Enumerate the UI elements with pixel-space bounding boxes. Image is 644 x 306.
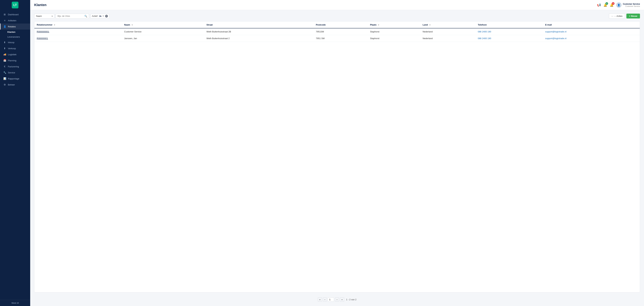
cell-plaats: Staphorst [368,28,420,35]
header: Klanten 📢 🔔 1 🔔 8 👤 Customer Service Cus… [30,0,644,10]
sidebar-item-label: Rapportage [8,77,19,80]
main-content: Klanten 📢 🔔 1 🔔 8 👤 Customer Service Cus… [30,0,644,306]
cell-plaats: Staphorst [368,35,420,42]
telefoon-link[interactable]: 088 2400 190 [478,37,491,40]
sidebar-item-beheer[interactable]: ⚙ Beheer [0,82,30,88]
sort-icon: ▼ [378,24,380,26]
col-telefoon-label: Telefoon [478,24,487,26]
sidebar-subitem-label: Leveranciers [8,36,20,38]
sidebar-item-label: Verkoop [8,47,16,50]
pagination-first-button[interactable]: « [318,297,322,302]
active-filter[interactable]: Actief: Ja ▼ ✕ [90,14,109,19]
page-title: Klanten [34,3,46,7]
cell-relatienummer: R00000001 [34,35,122,42]
col-relatienummer-label: Relatienummer [37,24,52,26]
cell-telefoon: 088 2400 190 [476,28,543,35]
sidebar-subitem-klanten[interactable]: Klanten [0,30,30,34]
search-wrap: 🔍 [56,14,89,19]
pagination-next-button[interactable]: › [335,297,339,302]
col-naam[interactable]: Naam ▼ [122,22,204,28]
sidebar-item-label: Service [8,71,15,74]
table-row: R000000001 Customer Service Weth Buitenh… [34,28,640,35]
col-straat-label: Straat [206,24,213,26]
col-land-label: Land [422,24,428,26]
sidebar-item-verkoop[interactable]: ⬆ Verkoop [0,45,30,51]
active-filter-close-button[interactable]: ✕ [105,15,108,18]
col-straat: Straat [204,22,314,28]
customers-table: Relatienummer ▼ Naam ▼ Straat Postcode [34,22,640,42]
relatienummer-link[interactable]: R000000001 [37,30,49,33]
sidebar-item-dashboard[interactable]: ⊞ Dashboard [0,12,30,18]
sidebar-item-artikelen[interactable]: ≡ Artikelen [0,18,30,24]
telefoon-link[interactable]: 088 2400 190 [478,30,491,33]
sort-icon: ▼ [54,24,56,26]
sidebar-item-label: Planning [8,59,16,62]
table-row: R00000001 Janssen, Jan Weth Buitenhuisst… [34,35,640,42]
page-content: Naam ▼ 🔍 Actief: Ja ▼ ✕ ··· [30,10,644,306]
sidebar-item-label: Logistiek [8,53,16,56]
actions-label: ··· Acties [614,15,622,17]
sidebar-subitem-label: Klanten [8,31,16,33]
email-link[interactable]: support@logictrade.nl [545,30,566,33]
sidebar-footer: Week 18 [0,300,30,306]
new-button[interactable]: + Nieuw [626,14,640,19]
table-header: Relatienummer ▼ Naam ▼ Straat Postcode [34,22,640,28]
sidebar: LT ⊞ Dashboard ≡ Artikelen 👤 Relaties Kl… [0,0,30,306]
cell-telefoon: 088 2400 190 [476,35,543,42]
sidebar-item-service[interactable]: 🔧 Service [0,70,30,76]
inkoop-icon: ⬇ [3,41,6,44]
cell-straat: Weth Buitenhuisstraat 2B [204,28,314,35]
announcements-button[interactable]: 📢 [597,3,601,7]
sidebar-item-planning[interactable]: 📅 Planning [0,57,30,64]
active-filter-value: Ja [99,15,101,17]
sidebar-item-facturering[interactable]: € Facturering [0,64,30,70]
sidebar-item-relaties[interactable]: 👤 Relaties [0,24,30,30]
logistiek-icon: 🚚 [3,53,6,56]
pagination-last-button[interactable]: » [340,297,344,302]
col-plaats-label: Plaats [370,24,376,26]
toolbar-right: ··· ··· Acties + Nieuw [609,14,640,19]
sidebar-item-label: Relaties [8,25,16,28]
relaties-icon: 👤 [3,25,6,28]
header-actions: 📢 🔔 1 🔔 8 👤 Customer Service Customer Se… [597,2,640,8]
cell-naam: Janssen, Jan [122,35,204,42]
sidebar-nav: ⊞ Dashboard ≡ Artikelen 👤 Relaties Klant… [0,10,30,300]
col-naam-label: Naam [124,24,130,26]
col-plaats[interactable]: Plaats ▼ [368,22,420,28]
col-land[interactable]: Land ▼ [420,22,476,28]
sidebar-item-label: Inkoop [8,41,14,44]
filter-field-select[interactable]: Naam [34,14,54,19]
alerts-button[interactable]: 🔔 1 [604,3,607,7]
page-select[interactable]: 1 [328,297,334,302]
filter-field-select-wrap: Naam ▼ [34,14,54,19]
toolbar: Naam ▼ 🔍 Actief: Ja ▼ ✕ ··· [34,14,640,19]
sidebar-logo: LT [0,0,30,10]
sidebar-item-rapportage[interactable]: 📊 Rapportage [0,76,30,82]
sidebar-item-label: Beheer [8,83,15,86]
active-filter-label: Actief: [92,15,98,17]
verkoop-icon: ⬆ [3,47,6,50]
rapportage-icon: 📊 [3,77,6,80]
actions-button[interactable]: ··· ··· Acties [609,14,625,19]
search-input[interactable] [56,14,83,18]
sidebar-item-inkoop[interactable]: ⬇ Inkoop [0,39,30,45]
cell-land: Nederland [420,28,476,35]
pagination-prev-button[interactable]: ‹ [323,297,327,302]
relatienummer-link[interactable]: R00000001 [37,37,48,40]
notifications-button[interactable]: 🔔 8 [610,3,614,7]
sidebar-item-label: Artikelen [8,19,16,22]
cell-postcode: 7951 SM [314,35,368,42]
col-relatienummer[interactable]: Relatienummer ▼ [34,22,122,28]
service-icon: 🔧 [3,71,6,74]
new-label: + Nieuw [629,15,638,17]
announcements-icon: 📢 [597,3,601,7]
sidebar-subitem-leveranciers[interactable]: Leveranciers [0,34,30,39]
user-profile[interactable]: 👤 Customer Service Customer Service [616,2,640,8]
sidebar-item-label: Dashboard [8,13,18,16]
sidebar-item-logistiek[interactable]: 🚚 Logistiek [0,51,30,57]
email-link[interactable]: support@logictrade.nl [545,37,566,40]
search-button[interactable]: 🔍 [83,14,89,19]
sidebar-item-label: Facturering [8,65,19,68]
app-logo[interactable]: LT [12,2,18,9]
active-filter-chevron-icon: ▼ [102,15,104,17]
